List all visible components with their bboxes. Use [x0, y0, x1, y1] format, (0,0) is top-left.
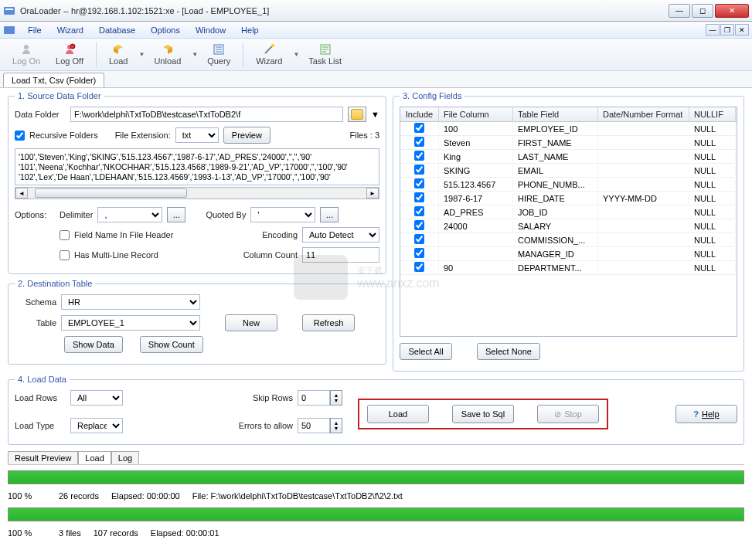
mdi-close[interactable]: ✕: [735, 24, 749, 36]
col-include[interactable]: Include: [400, 107, 439, 121]
unload-dropdown-icon[interactable]: ▼: [190, 51, 198, 58]
stop-button[interactable]: ⊘Stop: [537, 405, 599, 423]
quotedby-more-button[interactable]: ...: [320, 207, 339, 222]
showdata-button[interactable]: Show Data: [64, 336, 123, 353]
cell-nullif[interactable]: NULL: [689, 193, 736, 204]
cell-nullif[interactable]: NULL: [689, 151, 736, 162]
save-sql-button[interactable]: Save to Sql: [452, 405, 514, 423]
load-dropdown-icon[interactable]: ▼: [137, 51, 145, 58]
cell-tablefield[interactable]: SALARY: [513, 221, 598, 232]
table-row[interactable]: KingLAST_NAMENULL: [400, 150, 737, 164]
cell-tablefield[interactable]: JOB_ID: [513, 207, 598, 218]
delimiter-more-button[interactable]: ...: [167, 207, 185, 222]
cell-nullif[interactable]: NULL: [689, 137, 736, 148]
scroll-left-icon[interactable]: ◄: [15, 188, 28, 199]
cell-datefmt[interactable]: [598, 239, 689, 241]
logon-button[interactable]: Log On: [6, 42, 46, 67]
showcount-button[interactable]: Show Count: [140, 336, 203, 353]
help-button[interactable]: ?Help: [675, 405, 737, 423]
cell-datefmt[interactable]: [598, 253, 689, 255]
multiline-checkbox[interactable]: [60, 250, 70, 260]
cell-filecol[interactable]: AD_PRES: [439, 207, 513, 218]
cell-datefmt[interactable]: [598, 142, 689, 144]
quotedby-select[interactable]: ': [250, 207, 315, 222]
file-ext-select[interactable]: txt: [175, 127, 219, 143]
load-action-button[interactable]: Load: [367, 405, 429, 423]
cell-tablefield[interactable]: FIRST_NAME: [513, 137, 598, 148]
cell-filecol[interactable]: 100: [439, 124, 513, 134]
folder-dropdown-icon[interactable]: ▼: [371, 110, 379, 119]
tasklist-button[interactable]: Task List: [302, 42, 348, 67]
preview-button[interactable]: Preview: [223, 127, 271, 144]
col-filecolumn[interactable]: File Column: [439, 107, 513, 121]
logoff-button[interactable]: Log Off: [49, 42, 90, 67]
include-checkbox[interactable]: [414, 220, 424, 230]
load-button[interactable]: Load: [103, 42, 134, 67]
col-tablefield[interactable]: Table Field: [513, 107, 598, 121]
cell-tablefield[interactable]: PHONE_NUMB...: [513, 179, 598, 190]
data-folder-input[interactable]: [70, 107, 343, 122]
maximize-button[interactable]: ◻: [692, 4, 713, 18]
include-checkbox[interactable]: [414, 248, 424, 258]
cell-tablefield[interactable]: HIRE_DATE: [513, 193, 598, 204]
wizard-button[interactable]: Wizard: [250, 42, 288, 67]
cell-tablefield[interactable]: COMMISSION_...: [513, 235, 598, 246]
table-row[interactable]: StevenFIRST_NAMENULL: [400, 136, 737, 150]
cell-datefmt[interactable]: [598, 267, 689, 269]
encoding-select[interactable]: Auto Detect: [302, 227, 379, 243]
scroll-right-icon[interactable]: ►: [366, 188, 379, 199]
cell-filecol[interactable]: 90: [439, 263, 513, 273]
cell-datefmt[interactable]: [598, 226, 689, 227]
preview-scrollbar[interactable]: ◄ ►: [15, 187, 379, 199]
cell-nullif[interactable]: NULL: [689, 179, 736, 190]
cell-tablefield[interactable]: LAST_NAME: [513, 151, 598, 162]
menu-help[interactable]: Help: [233, 24, 267, 36]
cell-filecol[interactable]: SKING: [439, 165, 513, 176]
cell-filecol[interactable]: 515.123.4567: [439, 179, 513, 190]
cell-datefmt[interactable]: [598, 212, 689, 213]
scroll-thumb[interactable]: [35, 188, 187, 198]
cell-tablefield[interactable]: DEPARTMENT...: [513, 263, 598, 273]
tab-load-txt-csv[interactable]: Load Txt, Csv (Folder): [3, 73, 104, 87]
cell-nullif[interactable]: NULL: [689, 207, 736, 218]
include-checkbox[interactable]: [414, 178, 424, 188]
fields-grid[interactable]: Include File Column Table Field Date/Num…: [400, 107, 737, 337]
col-nullif[interactable]: NULLIF: [689, 107, 736, 121]
cell-datefmt[interactable]: [598, 184, 689, 185]
cell-nullif[interactable]: NULL: [689, 263, 736, 273]
table-row[interactable]: 515.123.4567PHONE_NUMB...NULL: [400, 178, 737, 192]
schema-select[interactable]: HR: [61, 294, 200, 310]
query-button[interactable]: Query: [201, 42, 236, 67]
skiprows-input[interactable]: [298, 390, 330, 406]
unload-button[interactable]: Unload: [148, 42, 187, 67]
table-row[interactable]: COMMISSION_...NULL: [400, 233, 737, 247]
tab-log[interactable]: Log: [111, 451, 139, 464]
cell-filecol[interactable]: 1987-6-17: [439, 193, 513, 204]
tab-result-preview[interactable]: Result Preview: [8, 451, 78, 464]
table-row[interactable]: MANAGER_IDNULL: [400, 247, 737, 261]
include-checkbox[interactable]: [414, 165, 424, 175]
cell-nullif[interactable]: NULL: [689, 221, 736, 232]
new-button[interactable]: New: [225, 314, 277, 331]
table-row[interactable]: 100EMPLOYEE_IDNULL: [400, 122, 737, 136]
include-checkbox[interactable]: [414, 234, 424, 244]
cell-tablefield[interactable]: EMAIL: [513, 165, 598, 176]
refresh-button[interactable]: Refresh: [302, 314, 355, 331]
table-row[interactable]: 1987-6-17HIRE_DATEYYYY-MM-DDNULL: [400, 192, 737, 205]
cell-tablefield[interactable]: EMPLOYEE_ID: [513, 124, 598, 134]
menu-window[interactable]: Window: [188, 24, 233, 36]
cell-datefmt[interactable]: YYYY-MM-DD: [598, 193, 689, 204]
menu-file[interactable]: File: [20, 24, 49, 36]
close-button[interactable]: ✕: [715, 4, 749, 18]
cell-datefmt[interactable]: [598, 128, 689, 130]
cell-datefmt[interactable]: [598, 156, 689, 158]
errors-spinner[interactable]: ▲▼: [330, 418, 342, 433]
loadtype-select[interactable]: Replace: [70, 418, 123, 433]
browse-folder-button[interactable]: [348, 107, 366, 122]
menu-options[interactable]: Options: [143, 24, 188, 36]
selectnone-button[interactable]: Select None: [477, 343, 540, 360]
cell-tablefield[interactable]: MANAGER_ID: [513, 249, 598, 260]
errors-input[interactable]: [298, 418, 330, 433]
table-row[interactable]: 90DEPARTMENT...NULL: [400, 261, 737, 275]
cell-filecol[interactable]: [439, 253, 513, 255]
